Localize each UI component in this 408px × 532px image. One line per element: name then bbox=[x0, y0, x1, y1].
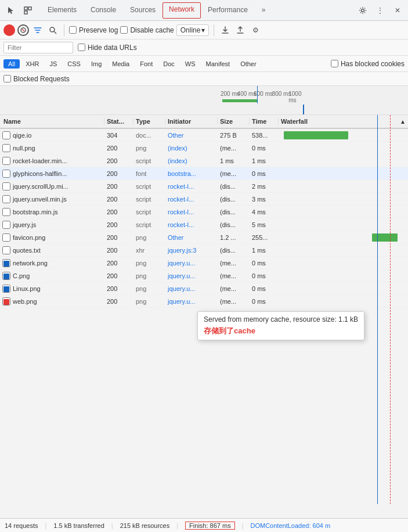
tab-elements[interactable]: Elements bbox=[41, 2, 84, 19]
col-header-status[interactable]: Stat... bbox=[104, 118, 133, 125]
table-row[interactable]: bootstrap.min.js 200 script rocket-l... … bbox=[0, 206, 408, 218]
cell-status: 200 bbox=[104, 196, 133, 203]
table-row[interactable]: rocket-loader.min... 200 script (index) … bbox=[0, 154, 408, 167]
disable-cache-checkbox[interactable] bbox=[120, 26, 128, 34]
import-icon[interactable] bbox=[219, 24, 232, 37]
cell-initiator: jquery.u... bbox=[165, 260, 218, 267]
cursor-icon[interactable] bbox=[2, 2, 19, 19]
col-header-size[interactable]: Size bbox=[218, 118, 250, 125]
table-row[interactable]: glyphicons-halflin... 200 font bootstra.… bbox=[0, 167, 408, 180]
cell-initiator: bootstra... bbox=[165, 170, 218, 177]
tab-sources[interactable]: Sources bbox=[123, 2, 163, 19]
cell-size: (me... bbox=[218, 272, 250, 279]
row-checkbox[interactable] bbox=[2, 170, 10, 178]
cell-status: 200 bbox=[104, 272, 133, 279]
cell-type: png bbox=[133, 260, 165, 267]
search-icon[interactable] bbox=[46, 24, 59, 37]
close-icon[interactable]: ✕ bbox=[389, 2, 406, 19]
record-button[interactable] bbox=[3, 24, 15, 36]
col-header-type[interactable]: Type bbox=[133, 118, 165, 125]
filter-all[interactable]: All bbox=[3, 59, 20, 69]
table-row[interactable]: quotes.txt 200 xhr jquery.js:3 (dis... 1… bbox=[0, 244, 408, 257]
hide-data-urls-label[interactable]: Hide data URLs bbox=[78, 44, 137, 52]
row-checkbox[interactable] bbox=[2, 195, 10, 203]
tab-performance[interactable]: Performance bbox=[201, 2, 255, 19]
filter-js[interactable]: JS bbox=[45, 59, 62, 69]
throttle-dropdown[interactable]: Online ▾ bbox=[176, 24, 210, 36]
row-checkbox[interactable] bbox=[2, 144, 10, 152]
col-header-waterfall[interactable]: Waterfall ▲ bbox=[279, 118, 408, 125]
filter-icon[interactable] bbox=[31, 24, 44, 37]
filter-input[interactable] bbox=[3, 42, 73, 53]
table-row[interactable]: qige.io 304 doc... Other 275 B 538... bbox=[0, 129, 408, 142]
has-blocked-cookies-label[interactable]: Has blocked cookies bbox=[331, 60, 405, 68]
table-row[interactable]: favicon.png 200 png Other 1.2 ... 255... bbox=[0, 231, 408, 244]
row-checkbox[interactable] bbox=[2, 233, 10, 242]
col-header-time[interactable]: Time bbox=[250, 118, 279, 125]
blocked-requests-label[interactable]: Blocked Requests bbox=[3, 75, 70, 83]
preserve-log-label[interactable]: Preserve log bbox=[69, 26, 118, 34]
table-row[interactable]: C.png 200 png jquery.u... (me... 0 ms bbox=[0, 269, 408, 282]
table-row[interactable]: jquery.js 200 script rocket-l... (dis...… bbox=[0, 218, 408, 231]
cell-name: jquery.js bbox=[0, 221, 104, 228]
svg-line-7 bbox=[54, 31, 56, 34]
main-content: Preserve log Disable cache Online ▾ ⚙ Hi… bbox=[0, 21, 408, 532]
tab-network[interactable]: Network bbox=[163, 2, 201, 19]
col-header-name[interactable]: Name bbox=[0, 118, 104, 125]
row-checkbox[interactable] bbox=[2, 246, 10, 254]
row-checkbox[interactable] bbox=[2, 221, 10, 229]
cell-status: 200 bbox=[104, 183, 133, 190]
status-bar: 14 requests | 1.5 kB transferred | 215 k… bbox=[0, 518, 408, 532]
col-header-initiator[interactable]: Initiator bbox=[165, 118, 218, 125]
more-icon[interactable]: ⋮ bbox=[372, 2, 388, 19]
svg-point-3 bbox=[362, 9, 364, 12]
filter-doc[interactable]: Doc bbox=[158, 59, 179, 69]
filter-img[interactable]: Img bbox=[86, 59, 106, 69]
svg-point-6 bbox=[50, 27, 55, 32]
filter-other[interactable]: Other bbox=[236, 59, 261, 69]
disable-cache-label[interactable]: Disable cache bbox=[120, 26, 174, 34]
has-blocked-cookies-checkbox[interactable] bbox=[331, 60, 338, 67]
cell-time: 4 ms bbox=[250, 209, 279, 215]
cell-initiator: Other bbox=[165, 234, 218, 241]
inspect-icon[interactable] bbox=[20, 2, 36, 19]
cell-name: jquery.scrollUp.mi... bbox=[0, 183, 104, 190]
row-checkbox[interactable] bbox=[2, 182, 10, 190]
export-icon[interactable] bbox=[234, 24, 247, 37]
more-settings-icon[interactable]: ⚙ bbox=[249, 24, 262, 37]
cell-waterfall bbox=[279, 282, 408, 294]
row-checkbox[interactable] bbox=[2, 131, 10, 139]
table-row[interactable]: Linux.png 200 png jquery.u... (me... 0 m… bbox=[0, 282, 408, 295]
tab-more[interactable]: » bbox=[255, 2, 273, 19]
tab-bar: Elements Console Sources Network Perform… bbox=[0, 0, 408, 21]
row-checkbox[interactable] bbox=[2, 157, 10, 165]
status-dom-content-loaded: DOMContentLoaded: 604 m bbox=[251, 522, 331, 529]
table-row[interactable]: jquery.scrollUp.mi... 200 script rocket-… bbox=[0, 180, 408, 193]
cell-name: jquery.unveil.min.js bbox=[0, 196, 104, 203]
cell-initiator: rocket-l... bbox=[165, 209, 218, 215]
filter-media[interactable]: Media bbox=[107, 59, 134, 69]
table-row[interactable]: web.png 200 png jquery.u... (me... 0 ms bbox=[0, 295, 408, 308]
filter-xhr[interactable]: XHR bbox=[21, 59, 44, 69]
settings-icon[interactable] bbox=[355, 2, 371, 19]
cell-waterfall bbox=[279, 244, 408, 256]
status-requests: 14 requests bbox=[5, 522, 38, 529]
svg-rect-0 bbox=[24, 7, 27, 10]
row-checkbox[interactable] bbox=[2, 208, 10, 216]
filter-ws[interactable]: WS bbox=[180, 59, 200, 69]
cell-name: Linux.png bbox=[0, 285, 104, 292]
filter-type-row: All XHR JS CSS Img Media Font Doc WS Man… bbox=[0, 56, 408, 72]
table-row[interactable]: null.png 200 png (index) (me... 0 ms bbox=[0, 142, 408, 154]
filter-manifest[interactable]: Manifest bbox=[201, 59, 235, 69]
hide-data-urls-checkbox[interactable] bbox=[78, 44, 85, 51]
filter-font[interactable]: Font bbox=[135, 59, 157, 69]
preserve-log-checkbox[interactable] bbox=[69, 26, 77, 34]
table-row[interactable]: jquery.unveil.min.js 200 script rocket-l… bbox=[0, 193, 408, 206]
cell-initiator: jquery.u... bbox=[165, 272, 218, 279]
filter-css[interactable]: CSS bbox=[63, 59, 85, 69]
stop-button[interactable] bbox=[17, 24, 29, 36]
tab-console[interactable]: Console bbox=[84, 2, 123, 19]
blocked-requests-checkbox[interactable] bbox=[3, 75, 11, 82]
tab-list: Elements Console Sources Network Perform… bbox=[41, 2, 355, 19]
table-row[interactable]: network.png 200 png jquery.u... (me... 0… bbox=[0, 257, 408, 269]
